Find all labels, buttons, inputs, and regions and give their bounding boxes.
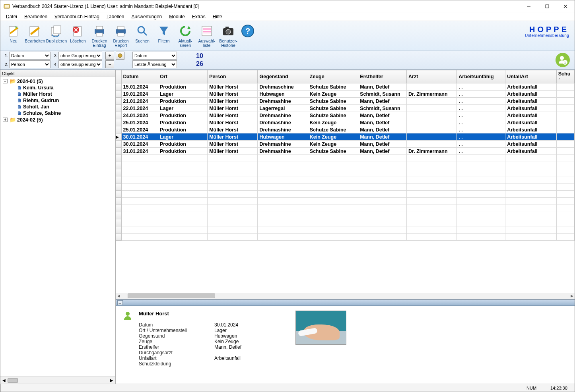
help-button[interactable]: ? bbox=[239, 23, 256, 50]
table-row-empty bbox=[116, 155, 575, 162]
sort2-select[interactable]: Letzte Änderung bbox=[132, 60, 177, 68]
suchen-button[interactable]: Suchen bbox=[132, 23, 153, 50]
column-header[interactable]: Ersthelfer bbox=[358, 70, 407, 83]
group3-label: 3. bbox=[52, 53, 58, 58]
group2-select[interactable]: Person bbox=[9, 60, 51, 68]
table-row[interactable]: 19.01.2024LagerMüller HorstHubwagenKein … bbox=[116, 91, 575, 98]
tree-header[interactable]: Objekt bbox=[0, 70, 115, 77]
column-header[interactable]: Arzt bbox=[406, 70, 457, 83]
tree-leaf[interactable]: 🗎Müller Horst bbox=[1, 91, 115, 97]
group3-select[interactable]: ohne Gruppierung bbox=[58, 52, 102, 60]
column-header[interactable]: Schu ˄ bbox=[556, 70, 574, 83]
menu-auswertungen[interactable]: Auswertungen bbox=[128, 13, 165, 20]
bearbeiten-button[interactable]: Bearbeiten bbox=[24, 23, 46, 50]
menubar: Datei Bearbeiten Verbandbuch-Eintrag Tab… bbox=[0, 12, 575, 21]
table-row[interactable]: 24.01.2024ProduktionMüller HorstDrehmash… bbox=[116, 112, 575, 119]
table-row[interactable]: 30.01.2024ProduktionMüller HorstDrehmash… bbox=[116, 141, 575, 148]
close-button[interactable] bbox=[556, 0, 575, 12]
table-row[interactable]: 22.01.2024LagerMüller HorstLagerregalSch… bbox=[116, 105, 575, 112]
counter-bottom: 26 bbox=[196, 60, 203, 68]
detail-value: 30.01.2024 bbox=[214, 322, 238, 328]
column-header[interactable]: Person bbox=[208, 70, 258, 83]
menu-datei[interactable]: Datei bbox=[3, 13, 20, 20]
group1-select[interactable]: Datum bbox=[9, 52, 51, 60]
table-row[interactable]: 25.01.2024ProduktionMüller HorstDrehmash… bbox=[116, 119, 575, 126]
auswahlliste-button[interactable]: Auswahl- liste bbox=[196, 23, 218, 50]
table-row-empty bbox=[116, 176, 575, 183]
filtern-button[interactable]: Filtern bbox=[153, 23, 175, 50]
benutzerhistorie-button[interactable]: Benutzer- Historie bbox=[218, 23, 239, 50]
expand-all-button[interactable]: + bbox=[105, 52, 114, 60]
tree-leaf[interactable]: 🗎Riehm, Gudrun bbox=[1, 97, 115, 104]
tree-leaf-label: Schulze, Sabine bbox=[23, 110, 61, 116]
maximize-button[interactable] bbox=[538, 0, 556, 12]
tree-node-2024-01[interactable]: − 📂 2024-01 (5) bbox=[1, 78, 115, 85]
svg-rect-14 bbox=[96, 33, 103, 36]
tree-scrollbar[interactable]: ◀▶ bbox=[0, 377, 115, 384]
table-row-empty bbox=[116, 212, 575, 219]
grid-hscrollbar[interactable] bbox=[116, 293, 575, 299]
logo-text: HOPPE bbox=[525, 25, 569, 34]
tree-leaf-label: Scholl, Jan bbox=[23, 104, 49, 110]
menu-verbandbuch-eintrag[interactable]: Verbandbuch-Eintrag bbox=[51, 13, 103, 20]
svg-point-30 bbox=[118, 54, 122, 58]
twisty-plus-icon[interactable]: + bbox=[3, 118, 8, 122]
svg-point-31 bbox=[560, 56, 564, 60]
data-grid[interactable]: DatumOrtPersonGegenstandZeugeErsthelferA… bbox=[116, 70, 575, 293]
group1-label: 1. bbox=[3, 53, 8, 58]
column-header[interactable]: Arbeitsunfähig bbox=[457, 70, 505, 83]
column-header[interactable]: Gegenstand bbox=[258, 70, 308, 83]
duplicate-icon bbox=[49, 24, 64, 38]
svg-point-34 bbox=[126, 312, 130, 316]
menu-tabellen[interactable]: Tabellen bbox=[103, 13, 128, 20]
menu-extras[interactable]: Extras bbox=[189, 13, 209, 20]
table-row-empty bbox=[116, 226, 575, 234]
filter-icon bbox=[157, 24, 171, 38]
user-badge[interactable]: 1 bbox=[556, 53, 570, 67]
detail-collapse-bar[interactable]: ︽ bbox=[116, 299, 575, 306]
detail-key: Schutzkleidung bbox=[139, 361, 214, 367]
tree-leaf[interactable]: 🗎Schulze, Sabine bbox=[1, 110, 115, 116]
detail-row: Datum30.01.2024 bbox=[139, 322, 241, 328]
drucken-report-button[interactable]: Drucken Report bbox=[110, 23, 132, 50]
duplizieren-button[interactable]: Duplizieren bbox=[46, 23, 67, 50]
new-icon bbox=[6, 24, 21, 38]
tree[interactable]: − 📂 2024-01 (5) 🗎Keim, Ursula🗎Müller Hor… bbox=[0, 77, 115, 377]
column-header[interactable]: Datum bbox=[121, 70, 158, 83]
detail-value: Mann, Detlef bbox=[214, 344, 241, 350]
menu-hilfe[interactable]: Hilfe bbox=[210, 13, 225, 20]
titlebar: Verbandbuch 2024 Starter-Lizenz (1 Lizen… bbox=[0, 0, 575, 12]
column-header[interactable]: UnfallArt bbox=[505, 70, 557, 83]
chevron-up-icon[interactable]: ︽ bbox=[117, 300, 123, 305]
statusbar: NUM 14:23:30 bbox=[0, 384, 575, 392]
tree-leaf[interactable]: 🗎Keim, Ursula bbox=[1, 85, 115, 91]
detail-row: Durchgangsarzt bbox=[139, 350, 241, 355]
neu-button[interactable]: Neu bbox=[3, 23, 24, 50]
table-row[interactable]: 31.01.2024ProduktionMüller HorstDrehmash… bbox=[116, 148, 575, 155]
twisty-minus-icon[interactable]: − bbox=[3, 79, 8, 83]
group4-select[interactable]: ohne Gruppierung bbox=[58, 60, 102, 68]
table-row[interactable]: 25.01.2024ProduktionMüller HorstDrehmash… bbox=[116, 126, 575, 133]
refresh-tree-button[interactable] bbox=[116, 52, 124, 60]
tree-node-2024-02[interactable]: + 📁 2024-02 (5) bbox=[1, 116, 115, 123]
table-row[interactable]: ▸30.01.2024LagerMüller HorstHubwagenKein… bbox=[116, 133, 575, 141]
sort1-select[interactable]: Datum bbox=[132, 52, 177, 60]
detail-key: Datum bbox=[139, 322, 214, 328]
svg-rect-3 bbox=[546, 5, 549, 8]
column-header[interactable]: Zeuge bbox=[308, 70, 358, 83]
menu-bearbeiten[interactable]: Bearbeiten bbox=[21, 13, 51, 20]
tree-leaf[interactable]: 🗎Scholl, Jan bbox=[1, 104, 115, 110]
minimize-button[interactable] bbox=[520, 0, 538, 12]
loeschen-button[interactable]: Löschen bbox=[67, 23, 89, 50]
menu-module[interactable]: Module bbox=[166, 13, 188, 20]
collapse-all-button[interactable]: − bbox=[105, 60, 114, 68]
print-report-icon bbox=[114, 24, 128, 38]
table-row-empty bbox=[116, 234, 575, 241]
table-row[interactable]: 15.01.2024ProduktionMüller HorstDrehmasc… bbox=[116, 83, 575, 91]
aktualisieren-button[interactable]: Aktuali- sieren bbox=[175, 23, 196, 50]
column-header[interactable]: Ort bbox=[158, 70, 208, 83]
table-row[interactable]: 21.01.2024ProduktionMüller HorstDrehmash… bbox=[116, 98, 575, 105]
drucken-eintrag-button[interactable]: Drucken Eintrag bbox=[89, 23, 110, 50]
folder-open-icon: 📂 bbox=[10, 78, 16, 84]
window-title: Verbandbuch 2024 Starter-Lizenz (1 Lizen… bbox=[12, 4, 199, 9]
